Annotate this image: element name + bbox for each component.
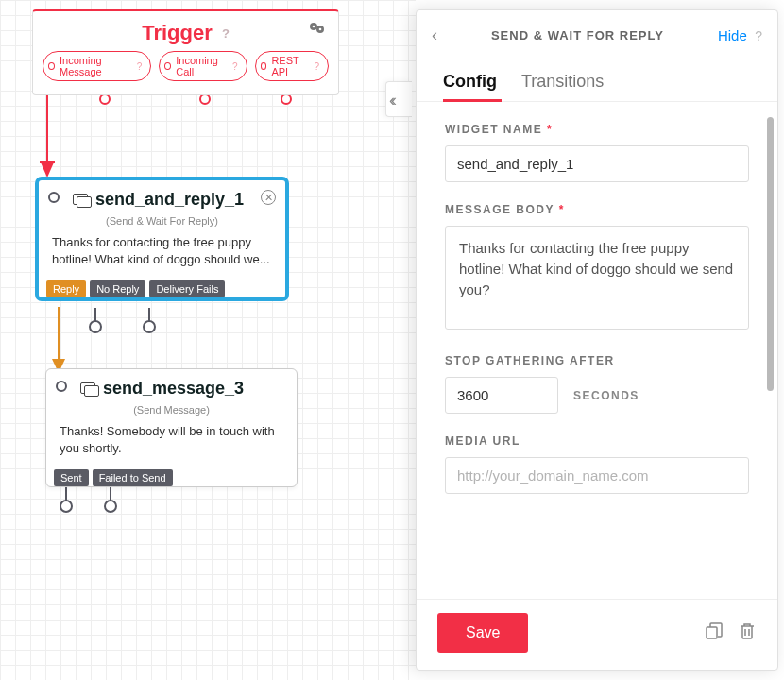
save-button[interactable]: Save <box>437 613 528 653</box>
svg-point-12 <box>144 321 155 332</box>
svg-point-16 <box>105 501 116 512</box>
message-body-input[interactable] <box>445 226 749 330</box>
stop-gathering-input[interactable] <box>445 377 558 414</box>
svg-point-3 <box>200 94 210 104</box>
chevron-left-icon[interactable]: ‹‹ <box>389 91 393 110</box>
scrollbar-thumb[interactable] <box>767 117 774 391</box>
chat-icon <box>80 382 97 396</box>
trigger-pill-incoming-call[interactable]: Incoming Call? <box>159 51 247 81</box>
trigger-pill-rest-api[interactable]: REST API? <box>255 51 329 81</box>
back-icon[interactable]: ‹ <box>432 26 437 45</box>
panel-title: SEND & WAIT FOR REPLY <box>491 28 664 42</box>
svg-point-5 <box>281 94 291 104</box>
widget-body-preview: Thanks! Somebody will be in touch with y… <box>46 423 297 469</box>
flow-canvas[interactable]: Trigger ? Incoming Message? Incoming Cal… <box>0 0 416 680</box>
hide-panel-link[interactable]: Hide <box>718 27 747 43</box>
close-icon[interactable]: ✕ <box>261 190 276 205</box>
widget-send-and-reply-1[interactable]: send_and_reply_1 ✕ (Send & Wait For Repl… <box>36 178 288 300</box>
widget-name: send_and_reply_1 <box>95 190 244 210</box>
tab-transitions[interactable]: Transitions <box>521 72 604 101</box>
trigger-title: Trigger <box>142 21 213 44</box>
widget-type: (Send Message) <box>46 404 297 416</box>
svg-point-14 <box>60 501 72 512</box>
required-asterisk: * <box>547 123 553 136</box>
widget-name: send_message_3 <box>103 379 244 399</box>
output-sent[interactable]: Sent <box>54 469 89 486</box>
help-icon[interactable]: ? <box>222 26 230 41</box>
widget-type: (Send & Wait For Reply) <box>39 215 285 227</box>
duplicate-icon[interactable] <box>704 621 724 645</box>
stop-gathering-unit: SECONDS <box>573 389 639 402</box>
help-icon: ? <box>314 61 319 72</box>
svg-point-20 <box>319 28 322 31</box>
config-panel: ‹ SEND & WAIT FOR REPLY Hide ? Config Tr… <box>416 9 778 671</box>
help-icon[interactable]: ? <box>755 28 762 43</box>
svg-marker-6 <box>41 162 54 178</box>
stop-gathering-label: STOP GATHERING AFTER <box>445 354 749 367</box>
tab-config[interactable]: Config <box>443 72 497 101</box>
chat-icon <box>73 194 90 207</box>
input-port[interactable] <box>48 192 60 203</box>
widget-name-label: WIDGET NAME <box>445 123 542 136</box>
connectors <box>0 0 416 680</box>
panel-tabs: Config Transitions <box>417 53 777 102</box>
input-port[interactable] <box>56 381 67 392</box>
output-no-reply[interactable]: No Reply <box>90 280 145 298</box>
widget-name-input[interactable] <box>445 145 749 182</box>
required-asterisk: * <box>559 203 565 216</box>
trash-icon[interactable] <box>738 621 757 645</box>
trigger-node[interactable]: Trigger ? Incoming Message? Incoming Cal… <box>32 9 339 95</box>
media-url-label: MEDIA URL <box>445 434 749 448</box>
widget-body-preview: Thanks for contacting the free puppy hot… <box>39 234 285 280</box>
svg-point-19 <box>313 26 315 28</box>
message-body-label: MESSAGE BODY <box>445 203 554 216</box>
output-delivery-fails[interactable]: Delivery Fails <box>149 280 225 298</box>
help-icon: ? <box>232 61 238 72</box>
help-icon: ? <box>137 61 143 72</box>
svg-rect-21 <box>707 627 717 638</box>
media-url-input[interactable] <box>445 457 749 494</box>
trigger-pill-incoming-message[interactable]: Incoming Message? <box>43 51 151 81</box>
widget-send-message-3[interactable]: send_message_3 (Send Message) Thanks! So… <box>45 368 298 487</box>
output-reply[interactable]: Reply <box>46 280 86 298</box>
svg-point-10 <box>90 321 101 332</box>
gear-icon[interactable] <box>308 21 327 38</box>
output-failed-to-send[interactable]: Failed to Send <box>93 469 173 486</box>
svg-point-1 <box>100 94 110 104</box>
